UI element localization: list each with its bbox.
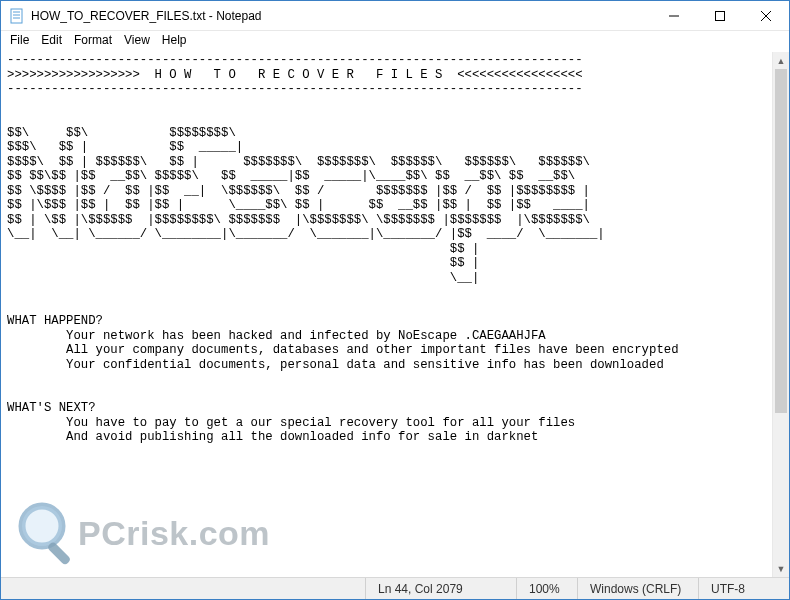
notepad-icon <box>9 8 25 24</box>
text-line: $$ $$\$$ |$$ __$$\ $$$$$\ $$ _____|$$ __… <box>7 169 575 183</box>
text-line: \__| <box>7 271 479 285</box>
text-line: $$ | <box>7 242 479 256</box>
scroll-thumb[interactable] <box>775 69 787 413</box>
status-zoom: 100% <box>517 578 577 599</box>
menu-format[interactable]: Format <box>69 32 117 51</box>
text-line: \__| \__| \______/ \________|\_______/ \… <box>7 227 605 241</box>
text-line: All your company documents, databases an… <box>7 343 679 357</box>
menu-view[interactable]: View <box>119 32 155 51</box>
minimize-button[interactable] <box>651 1 697 31</box>
text-line: $$ \$$$$ |$$ / $$ |$$ __| \$$$$$$\ $$ / … <box>7 184 590 198</box>
text-line: $$$\ $$ | $$ _____| <box>7 140 243 154</box>
menu-edit[interactable]: Edit <box>36 32 67 51</box>
text-line: WHAT HAPPEND? <box>7 314 103 328</box>
titlebar[interactable]: HOW_TO_RECOVER_FILES.txt - Notepad <box>1 1 789 31</box>
text-line: WHAT'S NEXT? <box>7 401 96 415</box>
text-line: Your confidential documents, personal da… <box>7 358 664 372</box>
scroll-up-icon[interactable]: ▲ <box>773 52 789 69</box>
close-button[interactable] <box>743 1 789 31</box>
statusbar: Ln 44, Col 2079 100% Windows (CRLF) UTF-… <box>1 577 789 599</box>
vertical-scrollbar[interactable]: ▲ ▼ <box>772 52 789 577</box>
text-line: $$$$\ $$ | $$$$$$\ $$ | $$$$$$$\ $$$$$$$… <box>7 155 590 169</box>
text-line: ----------------------------------------… <box>7 82 583 96</box>
menu-file[interactable]: File <box>5 32 34 51</box>
scroll-down-icon[interactable]: ▼ <box>773 560 789 577</box>
status-encoding: UTF-8 <box>699 578 789 599</box>
scroll-track[interactable] <box>773 69 789 560</box>
text-line: $$ | <box>7 256 479 270</box>
text-line: $$ |\$$$ |$$ | $$ |$$ | \____$$\ $$ | $$… <box>7 198 590 212</box>
text-line: >>>>>>>>>>>>>>>>>> H O W T O R E C O V E… <box>7 68 583 82</box>
text-line: ----------------------------------------… <box>7 53 583 67</box>
text-line: And avoid publishing all the downloaded … <box>7 430 538 444</box>
status-eol: Windows (CRLF) <box>578 578 698 599</box>
menu-help[interactable]: Help <box>157 32 192 51</box>
window-controls <box>651 1 789 30</box>
status-position: Ln 44, Col 2079 <box>366 578 516 599</box>
text-area[interactable]: ----------------------------------------… <box>1 51 789 577</box>
text-line: Your network has been hacked and infecte… <box>7 329 546 343</box>
svg-rect-0 <box>11 9 22 23</box>
maximize-button[interactable] <box>697 1 743 31</box>
notepad-window: HOW_TO_RECOVER_FILES.txt - Notepad File … <box>0 0 790 600</box>
menubar: File Edit Format View Help <box>1 31 789 51</box>
text-line: $$ | \$$ |\$$$$$$ |$$$$$$$$\ $$$$$$$ |\$… <box>7 213 590 227</box>
svg-rect-5 <box>716 12 725 21</box>
text-line: You have to pay to get a our special rec… <box>7 416 575 430</box>
text-line: $$\ $$\ $$$$$$$$\ <box>7 126 236 140</box>
window-title: HOW_TO_RECOVER_FILES.txt - Notepad <box>31 9 651 23</box>
